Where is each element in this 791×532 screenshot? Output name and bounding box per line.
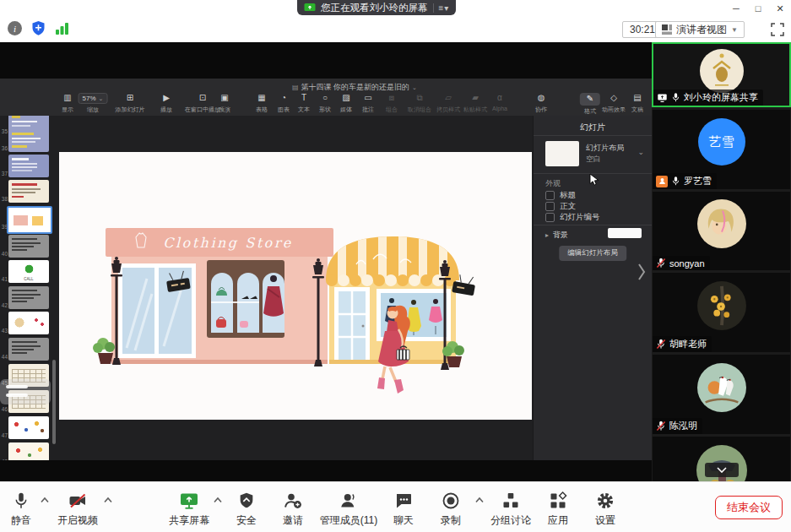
mute-button[interactable]: 静音 [11,491,31,528]
apps-button[interactable]: 应用 [548,491,568,528]
record-options-caret[interactable] [474,497,485,503]
body-checkbox[interactable]: 正文 [545,201,576,212]
security-button[interactable]: 安全 [236,491,257,528]
participant-tile[interactable]: songyan [653,192,790,270]
slide-thumbnail[interactable] [8,442,49,460]
record-button[interactable]: 录制 [441,491,461,528]
collaborate-icon[interactable]: ◍协作 [535,93,547,114]
slide-thumbnail[interactable] [8,235,49,258]
slide-thumbnail[interactable] [8,312,49,334]
slide-thumbnail[interactable] [8,155,49,177]
collapse-strip-button[interactable] [705,463,739,477]
participant-tile[interactable]: 胡畔老师 [653,273,790,352]
avatar: 艺雪 [698,118,745,166]
copy-style-icon[interactable]: ▱拷贝样式 [436,93,460,114]
avatar [697,199,746,248]
background-disclosure[interactable]: ▸ 背景 [545,230,568,241]
slide-number: 41 [1,276,8,282]
play-icon[interactable]: ▶播放 [160,93,172,114]
media-icon[interactable]: ▨媒体 [340,93,352,114]
format-brush-icon[interactable]: ✎格式 [580,93,600,116]
paste-style-icon[interactable]: ▰粘贴样式 [463,93,487,114]
navigator-scrollbar[interactable] [52,360,56,444]
minimize-button[interactable]: ─ [725,0,747,17]
thumbnail-caption: CALL [8,277,49,281]
slide-number-checkbox[interactable]: 幻灯片编号 [545,212,600,223]
manage-participants-button[interactable]: 管理成员(11) [320,491,377,528]
slide-thumbnail[interactable]: CALL [8,260,49,283]
view-mode-button[interactable]: 演讲者视图 ▼ [655,21,745,38]
gear-icon [595,491,615,511]
keynote-content: 353637383940CALL4142434445464748 Clothin… [0,116,652,460]
end-meeting-button[interactable]: 结束会议 [715,496,783,519]
slide-thumbnail[interactable] [8,286,49,309]
slide-navigator: 353637383940CALL4142434445464748 [0,116,57,460]
participant-tile[interactable]: 陈泓明 [653,355,790,434]
table-icon[interactable]: ▦表格 [256,93,268,114]
participant-tile[interactable]: 艺雪 罗艺雪 [653,110,790,189]
comment-icon[interactable]: ▭批注 [362,93,374,114]
chat-button[interactable]: 聊天 [393,491,414,528]
text-icon[interactable]: T文本 [298,93,310,114]
slide-number: 44 [1,354,8,360]
breakout-rooms-button[interactable]: 分组讨论 [490,491,531,528]
share-screen-icon [179,491,199,511]
rehearse-icon[interactable]: ▣预演 [219,93,230,114]
slide-layout-label: 幻灯片布局 [586,143,624,154]
participant-tile-screen-share[interactable]: 刘小玲的屏幕共享 [652,42,791,107]
ungroup-icon[interactable]: ⧉取消组合 [408,93,431,114]
maximize-button[interactable]: □ [747,0,769,17]
keynote-toolbar: ▤第十四课 你的车是新的还是旧的⌄ ▥显示57%⌄缩放⊞添加幻灯片▶播放⊡在窗口… [0,79,652,117]
meeting-toolbar: 静音 开启视频 共享屏幕 [0,481,791,532]
add-slide-icon[interactable]: ⊞添加幻灯片 [116,93,145,114]
background-color-swatch[interactable] [608,228,642,238]
group-icon[interactable]: ⧈组合 [386,93,398,114]
video-options-caret[interactable] [103,497,113,503]
participants-panel: 刘小玲的屏幕共享 艺雪 罗艺雪 [652,42,791,481]
zoom-dropdown[interactable]: 57%⌄缩放 [79,93,108,114]
document-icon: ▤ [292,84,299,91]
invite-button[interactable]: 邀请 [283,491,303,528]
share-screen-button[interactable]: 共享屏幕 [169,491,209,528]
share-options-caret[interactable] [213,497,223,503]
format-panel-title: 幻灯片 [534,122,652,133]
banner-divider [433,3,434,13]
breakout-icon [501,491,521,511]
play-in-window-icon[interactable]: ⊡在窗口中播放 [185,93,220,114]
chart-icon[interactable]: ◔图表 [278,93,290,114]
window-controls: ─ □ ✕ [725,0,791,17]
animate-icon[interactable]: ◇动画效果 [602,93,626,114]
slide-thumbnail[interactable] [8,180,49,203]
apps-icon [548,491,568,511]
mute-options-caret[interactable] [40,497,50,503]
close-button[interactable]: ✕ [769,0,791,17]
slide-thumbnail[interactable] [7,206,52,234]
participant-tile-partial[interactable] [653,437,790,481]
chevron-down-icon[interactable]: ⌄ [637,148,644,156]
start-video-button[interactable]: 开启视频 [57,491,98,528]
connection-signal-icon[interactable] [54,20,70,36]
shape-icon[interactable]: ○形状 [319,93,331,114]
view-icon[interactable]: ▥显示 [62,93,73,114]
slide-canvas[interactable]: Clothing Store [59,152,532,420]
edit-slide-layout-button[interactable]: 编辑幻灯片布局 [559,246,626,261]
slide-number: 40 [1,251,8,257]
meeting-info-icon[interactable]: i [7,20,23,36]
slide-thumbnail[interactable] [8,338,49,361]
notification-overlay [0,379,51,404]
alpha-icon[interactable]: αAlpha [492,93,507,111]
slide-thumbnail[interactable] [8,416,49,439]
slide-layout-thumbnail[interactable] [545,141,579,166]
encryption-shield-icon[interactable] [30,20,46,36]
banner-menu-icon[interactable]: ≡▾ [439,3,450,13]
fullscreen-icon[interactable] [771,23,784,36]
slide-thumbnail[interactable] [8,129,49,152]
settings-button[interactable]: 设置 [595,491,615,528]
panel-collapse-arrow[interactable] [633,253,650,290]
document-icon[interactable]: ▤文稿 [631,93,643,114]
chevron-down-icon: ▼ [731,26,738,34]
slide-illustration: Clothing Store [59,152,532,420]
watching-banner-text: 您正在观看刘小玲的屏幕 [321,2,428,14]
watching-banner[interactable]: 您正在观看刘小玲的屏幕 ≡▾ [297,0,456,15]
title-checkbox[interactable]: 标题 [545,190,576,201]
